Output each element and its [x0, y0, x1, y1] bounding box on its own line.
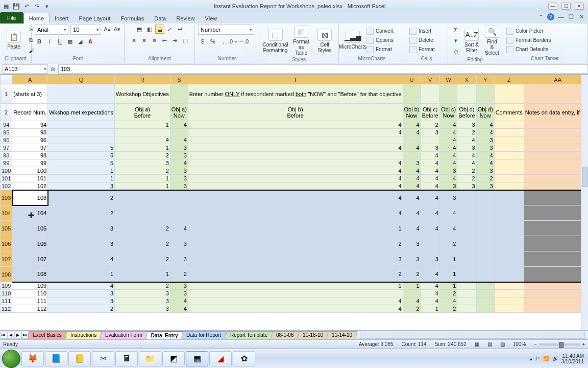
tray-volume-icon[interactable]: 🔊	[552, 356, 558, 361]
cell-94-R[interactable]: 1	[115, 121, 170, 129]
cell-105-A[interactable]: 105	[12, 221, 48, 236]
sheet-nav-next-icon[interactable]: ▶	[14, 332, 21, 339]
color-picker-button[interactable]: Color Picker	[505, 27, 552, 35]
maximize-button[interactable]: ☐	[561, 3, 571, 10]
dec-decimal-icon[interactable]: ←.0	[239, 37, 248, 46]
fill-icon[interactable]: ▾	[451, 36, 460, 45]
cell-100-R[interactable]: 2	[115, 167, 170, 175]
cell-1-Z[interactable]	[494, 84, 524, 104]
tab-formulas[interactable]: Formulas	[115, 13, 149, 24]
cell-108-Y[interactable]	[476, 267, 494, 282]
cell-112-R[interactable]: 3	[115, 305, 170, 313]
cell-101-X[interactable]: 2	[457, 175, 476, 182]
cell-97-Q[interactable]: 5	[48, 144, 115, 152]
cell-96-V[interactable]	[421, 136, 439, 144]
cell-106-T[interactable]: 2	[188, 236, 403, 251]
workbook-close-icon[interactable]: ✕	[578, 13, 585, 20]
cell-99-S[interactable]: 4	[170, 159, 188, 167]
cell-100-Z[interactable]	[494, 167, 524, 175]
tab-data[interactable]: Data	[149, 13, 171, 24]
cell-106-S[interactable]: 3	[170, 236, 188, 251]
cell-98-Q[interactable]: 5	[48, 152, 115, 159]
cell-99-R[interactable]: 3	[115, 159, 170, 167]
align-center-icon[interactable]: ≡	[140, 36, 149, 45]
find-select-button[interactable]: 🔍Find & Select	[483, 25, 501, 57]
cell-103-Q[interactable]: 2	[48, 190, 115, 205]
cell-94-T[interactable]: 4	[188, 121, 403, 129]
align-middle-icon[interactable]: ◧	[145, 25, 154, 34]
cell-97-X[interactable]: 3	[457, 144, 476, 152]
cell-103-Z[interactable]	[494, 190, 524, 205]
cell-98-AA[interactable]	[524, 152, 588, 159]
redo-icon[interactable]: ↷	[33, 2, 41, 10]
cell-106-W[interactable]: 2	[439, 236, 457, 251]
wrap-text-icon[interactable]: ↩	[176, 25, 185, 34]
cell-105-Y[interactable]	[476, 221, 494, 236]
row-header-111[interactable]: 111	[1, 297, 12, 305]
cell-102-R[interactable]: 1	[115, 182, 170, 190]
cell-109-A[interactable]: 109	[12, 282, 48, 290]
sheet-nav-prev-icon[interactable]: ◀	[7, 332, 14, 339]
cell-2-X[interactable]: Obj d)Before	[457, 104, 476, 121]
delete-cells-button[interactable]: Delete	[408, 36, 449, 44]
cell-2-Z[interactable]: Comments	[494, 104, 524, 121]
cell-styles-button[interactable]: ▧Cell Styles	[314, 28, 335, 54]
taskbar-app-excel[interactable]: ▦	[186, 351, 208, 366]
cell-102-U[interactable]: 4	[403, 182, 421, 190]
taskbar-app-calc[interactable]: 🖩	[115, 351, 138, 366]
sheet-tab-excel-basics[interactable]: Excel Basics	[27, 331, 67, 339]
cell-107-Q[interactable]: 4	[48, 251, 115, 267]
cell-109-W[interactable]: 1	[439, 282, 457, 290]
align-right-icon[interactable]: ≡	[150, 36, 159, 45]
cell-96-R[interactable]: 4	[115, 136, 170, 144]
sheet-tab-report-template[interactable]: Report Template	[225, 331, 273, 339]
orientation-icon[interactable]: ⤢	[165, 25, 175, 34]
cell-107-V[interactable]: 3	[421, 251, 439, 267]
cell-99-T[interactable]: 4	[188, 159, 403, 167]
row-header-112[interactable]: 112	[1, 305, 12, 313]
taskbar-app-notepad[interactable]: 📘	[45, 351, 67, 366]
cell-104-Z[interactable]	[494, 205, 524, 221]
cell-102-Z[interactable]	[494, 182, 524, 190]
cell-112-AA[interactable]	[524, 305, 588, 313]
row-header-98[interactable]: 98	[1, 152, 12, 159]
cell-104-R[interactable]	[115, 205, 170, 221]
font-size-combo[interactable]: 10	[70, 25, 101, 35]
cell-109-AA[interactable]	[524, 282, 588, 290]
cell-97-A[interactable]: 97	[12, 144, 48, 152]
cell-105-W[interactable]: 4	[439, 221, 457, 236]
cell-108-X[interactable]	[457, 267, 476, 282]
cell-94-X[interactable]: 3	[457, 121, 476, 129]
cell-1-AA[interactable]	[524, 84, 588, 104]
cell-110-Z[interactable]	[494, 290, 524, 297]
indent-inc-icon[interactable]: ⇥	[170, 36, 180, 45]
cell-106-Q[interactable]: 3	[48, 236, 115, 251]
cell-101-T[interactable]: 4	[188, 175, 403, 182]
cell-105-S[interactable]: 4	[170, 221, 188, 236]
taskbar-app-firefox[interactable]: 🦊	[21, 351, 44, 366]
percent-icon[interactable]: %	[208, 37, 217, 46]
cell-109-Y[interactable]	[476, 282, 494, 290]
cell-108-T[interactable]: 2	[188, 267, 403, 282]
col-header-X[interactable]: X	[457, 75, 476, 84]
cell-1-T[interactable]: Enter number ONLY if respondent marked b…	[188, 84, 403, 104]
format-as-table-button[interactable]: ▦Format as Table	[290, 25, 312, 57]
row-header-108[interactable]: 108	[1, 267, 12, 282]
cell-95-X[interactable]: 2	[457, 129, 476, 136]
minimize-button[interactable]: —	[548, 3, 557, 10]
cell-108-S[interactable]: 2	[170, 267, 188, 282]
sheet-tab-11-14-10[interactable]: 11-14-10	[326, 331, 357, 339]
cell-97-AA[interactable]	[524, 144, 588, 152]
cell-111-U[interactable]: 4	[403, 297, 421, 305]
view-layout-icon[interactable]: ▤	[487, 341, 492, 347]
help-icon[interactable]: ?	[547, 13, 554, 20]
zoom-slider[interactable]: −+	[534, 341, 585, 347]
cell-2-S[interactable]: Obj a)Now	[170, 104, 188, 121]
cell-111-Z[interactable]	[494, 297, 524, 305]
minimize-ribbon-icon[interactable]: ⌃	[537, 13, 544, 20]
cell-100-X[interactable]: 2	[457, 167, 476, 175]
tab-view[interactable]: View	[200, 13, 223, 24]
taskbar-app-sticky[interactable]: 📒	[68, 351, 91, 366]
name-box[interactable]: A103	[2, 64, 48, 74]
cell-95-W[interactable]: 4	[439, 129, 457, 136]
